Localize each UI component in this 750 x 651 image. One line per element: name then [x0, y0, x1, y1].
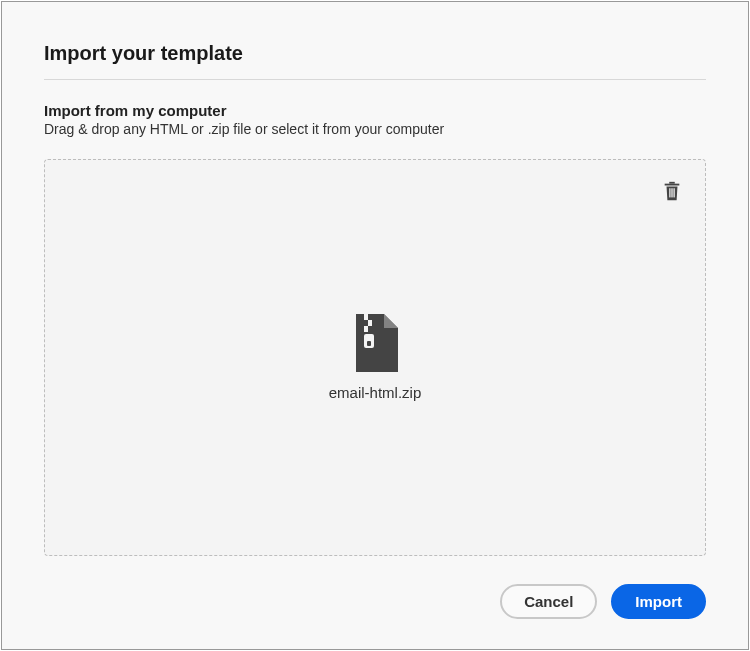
svg-rect-4	[673, 188, 674, 197]
section-subtitle: Drag & drop any HTML or .zip file or sel…	[44, 121, 706, 137]
import-button[interactable]: Import	[611, 584, 706, 619]
cancel-button[interactable]: Cancel	[500, 584, 597, 619]
svg-rect-1	[665, 184, 680, 186]
svg-rect-0	[669, 182, 675, 184]
svg-rect-5	[364, 314, 368, 320]
file-dropzone[interactable]: email-html.zip	[44, 159, 706, 556]
file-name-label: email-html.zip	[329, 384, 422, 401]
svg-rect-7	[364, 326, 368, 332]
svg-rect-3	[671, 188, 672, 197]
svg-rect-2	[669, 188, 670, 197]
trash-icon	[661, 180, 687, 202]
section-title: Import from my computer	[44, 102, 706, 119]
dialog-title: Import your template	[44, 42, 706, 80]
import-template-dialog: Import your template Import from my comp…	[1, 1, 749, 650]
svg-rect-9	[367, 341, 371, 346]
dialog-footer: Cancel Import	[44, 584, 706, 619]
delete-file-button[interactable]	[661, 178, 687, 204]
svg-rect-6	[368, 320, 372, 326]
zip-file-icon	[350, 314, 400, 372]
